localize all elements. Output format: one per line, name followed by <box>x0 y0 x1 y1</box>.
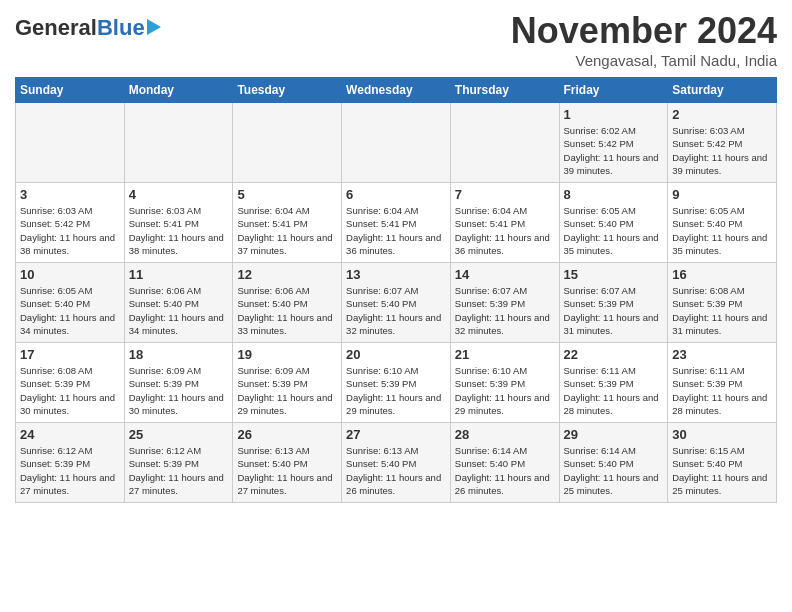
day-info: Sunrise: 6:15 AM Sunset: 5:40 PM Dayligh… <box>672 444 772 497</box>
day-number: 3 <box>20 187 120 202</box>
day-number: 25 <box>129 427 229 442</box>
day-header-friday: Friday <box>559 78 668 103</box>
day-number: 21 <box>455 347 555 362</box>
day-info: Sunrise: 6:08 AM Sunset: 5:39 PM Dayligh… <box>20 364 120 417</box>
day-number: 30 <box>672 427 772 442</box>
calendar-cell: 12Sunrise: 6:06 AM Sunset: 5:40 PM Dayli… <box>233 263 342 343</box>
calendar-cell: 1Sunrise: 6:02 AM Sunset: 5:42 PM Daylig… <box>559 103 668 183</box>
calendar-cell <box>124 103 233 183</box>
logo-general-text: General <box>15 15 97 41</box>
day-number: 14 <box>455 267 555 282</box>
calendar-cell: 20Sunrise: 6:10 AM Sunset: 5:39 PM Dayli… <box>342 343 451 423</box>
calendar-cell: 26Sunrise: 6:13 AM Sunset: 5:40 PM Dayli… <box>233 423 342 503</box>
day-number: 22 <box>564 347 664 362</box>
day-number: 17 <box>20 347 120 362</box>
day-number: 8 <box>564 187 664 202</box>
calendar-table: SundayMondayTuesdayWednesdayThursdayFrid… <box>15 77 777 503</box>
day-number: 13 <box>346 267 446 282</box>
day-number: 2 <box>672 107 772 122</box>
day-number: 19 <box>237 347 337 362</box>
day-info: Sunrise: 6:10 AM Sunset: 5:39 PM Dayligh… <box>346 364 446 417</box>
calendar-cell: 3Sunrise: 6:03 AM Sunset: 5:42 PM Daylig… <box>16 183 125 263</box>
day-info: Sunrise: 6:07 AM Sunset: 5:40 PM Dayligh… <box>346 284 446 337</box>
day-number: 27 <box>346 427 446 442</box>
day-info: Sunrise: 6:05 AM Sunset: 5:40 PM Dayligh… <box>20 284 120 337</box>
day-info: Sunrise: 6:06 AM Sunset: 5:40 PM Dayligh… <box>237 284 337 337</box>
day-header-saturday: Saturday <box>668 78 777 103</box>
calendar-cell: 6Sunrise: 6:04 AM Sunset: 5:41 PM Daylig… <box>342 183 451 263</box>
location-text: Vengavasal, Tamil Nadu, India <box>511 52 777 69</box>
calendar-cell: 7Sunrise: 6:04 AM Sunset: 5:41 PM Daylig… <box>450 183 559 263</box>
day-header-sunday: Sunday <box>16 78 125 103</box>
day-number: 28 <box>455 427 555 442</box>
day-info: Sunrise: 6:09 AM Sunset: 5:39 PM Dayligh… <box>129 364 229 417</box>
calendar-week-row: 24Sunrise: 6:12 AM Sunset: 5:39 PM Dayli… <box>16 423 777 503</box>
calendar-cell: 16Sunrise: 6:08 AM Sunset: 5:39 PM Dayli… <box>668 263 777 343</box>
calendar-header-row: SundayMondayTuesdayWednesdayThursdayFrid… <box>16 78 777 103</box>
title-area: November 2024 Vengavasal, Tamil Nadu, In… <box>511 10 777 69</box>
calendar-cell: 25Sunrise: 6:12 AM Sunset: 5:39 PM Dayli… <box>124 423 233 503</box>
day-info: Sunrise: 6:04 AM Sunset: 5:41 PM Dayligh… <box>237 204 337 257</box>
day-info: Sunrise: 6:04 AM Sunset: 5:41 PM Dayligh… <box>346 204 446 257</box>
calendar-cell: 28Sunrise: 6:14 AM Sunset: 5:40 PM Dayli… <box>450 423 559 503</box>
day-info: Sunrise: 6:03 AM Sunset: 5:42 PM Dayligh… <box>20 204 120 257</box>
day-info: Sunrise: 6:13 AM Sunset: 5:40 PM Dayligh… <box>346 444 446 497</box>
calendar-cell: 24Sunrise: 6:12 AM Sunset: 5:39 PM Dayli… <box>16 423 125 503</box>
day-info: Sunrise: 6:06 AM Sunset: 5:40 PM Dayligh… <box>129 284 229 337</box>
day-info: Sunrise: 6:14 AM Sunset: 5:40 PM Dayligh… <box>564 444 664 497</box>
day-info: Sunrise: 6:05 AM Sunset: 5:40 PM Dayligh… <box>672 204 772 257</box>
day-info: Sunrise: 6:12 AM Sunset: 5:39 PM Dayligh… <box>129 444 229 497</box>
calendar-cell: 4Sunrise: 6:03 AM Sunset: 5:41 PM Daylig… <box>124 183 233 263</box>
day-header-tuesday: Tuesday <box>233 78 342 103</box>
day-info: Sunrise: 6:02 AM Sunset: 5:42 PM Dayligh… <box>564 124 664 177</box>
day-number: 26 <box>237 427 337 442</box>
calendar-week-row: 17Sunrise: 6:08 AM Sunset: 5:39 PM Dayli… <box>16 343 777 423</box>
calendar-cell <box>16 103 125 183</box>
day-number: 1 <box>564 107 664 122</box>
day-number: 18 <box>129 347 229 362</box>
day-number: 29 <box>564 427 664 442</box>
calendar-cell: 29Sunrise: 6:14 AM Sunset: 5:40 PM Dayli… <box>559 423 668 503</box>
calendar-cell: 11Sunrise: 6:06 AM Sunset: 5:40 PM Dayli… <box>124 263 233 343</box>
day-number: 20 <box>346 347 446 362</box>
header: General Blue November 2024 Vengavasal, T… <box>15 10 777 69</box>
calendar-cell: 2Sunrise: 6:03 AM Sunset: 5:42 PM Daylig… <box>668 103 777 183</box>
calendar-cell: 14Sunrise: 6:07 AM Sunset: 5:39 PM Dayli… <box>450 263 559 343</box>
day-number: 12 <box>237 267 337 282</box>
day-number: 24 <box>20 427 120 442</box>
logo-blue-text: Blue <box>97 15 145 41</box>
day-info: Sunrise: 6:12 AM Sunset: 5:39 PM Dayligh… <box>20 444 120 497</box>
calendar-cell: 19Sunrise: 6:09 AM Sunset: 5:39 PM Dayli… <box>233 343 342 423</box>
logo: General Blue <box>15 10 161 41</box>
day-header-monday: Monday <box>124 78 233 103</box>
calendar-cell: 5Sunrise: 6:04 AM Sunset: 5:41 PM Daylig… <box>233 183 342 263</box>
calendar-cell: 10Sunrise: 6:05 AM Sunset: 5:40 PM Dayli… <box>16 263 125 343</box>
day-header-thursday: Thursday <box>450 78 559 103</box>
calendar-cell <box>450 103 559 183</box>
day-header-wednesday: Wednesday <box>342 78 451 103</box>
day-number: 23 <box>672 347 772 362</box>
calendar-cell: 23Sunrise: 6:11 AM Sunset: 5:39 PM Dayli… <box>668 343 777 423</box>
calendar-cell: 13Sunrise: 6:07 AM Sunset: 5:40 PM Dayli… <box>342 263 451 343</box>
calendar-week-row: 3Sunrise: 6:03 AM Sunset: 5:42 PM Daylig… <box>16 183 777 263</box>
day-info: Sunrise: 6:11 AM Sunset: 5:39 PM Dayligh… <box>672 364 772 417</box>
calendar-cell: 21Sunrise: 6:10 AM Sunset: 5:39 PM Dayli… <box>450 343 559 423</box>
month-title: November 2024 <box>511 10 777 52</box>
day-number: 6 <box>346 187 446 202</box>
day-info: Sunrise: 6:10 AM Sunset: 5:39 PM Dayligh… <box>455 364 555 417</box>
calendar-cell: 27Sunrise: 6:13 AM Sunset: 5:40 PM Dayli… <box>342 423 451 503</box>
day-info: Sunrise: 6:13 AM Sunset: 5:40 PM Dayligh… <box>237 444 337 497</box>
day-number: 9 <box>672 187 772 202</box>
logo-arrow-icon <box>147 19 161 35</box>
calendar-week-row: 1Sunrise: 6:02 AM Sunset: 5:42 PM Daylig… <box>16 103 777 183</box>
calendar-cell: 17Sunrise: 6:08 AM Sunset: 5:39 PM Dayli… <box>16 343 125 423</box>
day-number: 7 <box>455 187 555 202</box>
day-info: Sunrise: 6:14 AM Sunset: 5:40 PM Dayligh… <box>455 444 555 497</box>
day-info: Sunrise: 6:03 AM Sunset: 5:41 PM Dayligh… <box>129 204 229 257</box>
day-info: Sunrise: 6:03 AM Sunset: 5:42 PM Dayligh… <box>672 124 772 177</box>
calendar-cell: 18Sunrise: 6:09 AM Sunset: 5:39 PM Dayli… <box>124 343 233 423</box>
calendar-cell: 8Sunrise: 6:05 AM Sunset: 5:40 PM Daylig… <box>559 183 668 263</box>
calendar-cell: 9Sunrise: 6:05 AM Sunset: 5:40 PM Daylig… <box>668 183 777 263</box>
calendar-week-row: 10Sunrise: 6:05 AM Sunset: 5:40 PM Dayli… <box>16 263 777 343</box>
day-number: 10 <box>20 267 120 282</box>
